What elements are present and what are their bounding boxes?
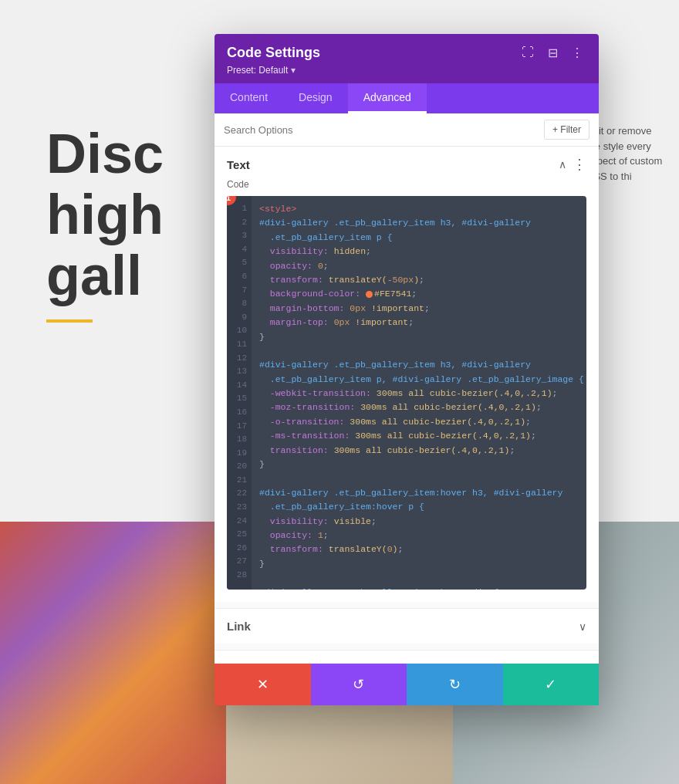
search-bar: + Filter <box>215 113 599 147</box>
confirm-button[interactable]: ✓ <box>503 664 600 705</box>
code-label: Code <box>227 179 586 190</box>
columns-icon[interactable]: ⊟ <box>543 43 562 62</box>
undo-button[interactable]: ↺ <box>311 664 407 705</box>
background-section[interactable]: Background ∨ <box>215 650 599 663</box>
filter-button[interactable]: + Filter <box>544 120 589 140</box>
modal-title: Code Settings <box>227 45 320 61</box>
code-content[interactable]: <style>#divi-gallery .et_pb_gallery_item… <box>252 196 586 590</box>
link-section-title: Link <box>227 620 251 633</box>
expand-icon[interactable]: ⛶ <box>519 43 537 62</box>
collapse-icon[interactable]: ∧ <box>559 158 566 171</box>
redo-button[interactable]: ↻ <box>407 664 503 705</box>
text-section-title: Text <box>227 158 250 171</box>
modal-header-icons: ⛶ ⊟ ⋮ <box>519 43 586 62</box>
line-numbers: 12345 678910 1112131415 1617181920 21222… <box>227 196 252 590</box>
modal-header: Code Settings ⛶ ⊟ ⋮ Preset: Default ▾ <box>215 34 599 83</box>
tab-content[interactable]: Content <box>215 83 283 113</box>
code-section: Code 1 12345 678910 1112131415 161718192… <box>215 179 599 602</box>
code-settings-modal: Code Settings ⛶ ⊟ ⋮ Preset: Default ▾ Co… <box>215 34 599 705</box>
tab-advanced[interactable]: Advanced <box>348 83 427 113</box>
more-options-icon[interactable]: ⋮ <box>568 43 586 62</box>
preset-selector[interactable]: Preset: Default ▾ <box>227 65 586 76</box>
link-chevron-icon: ∨ <box>579 620 586 633</box>
section-menu-icon[interactable]: ⋮ <box>573 156 586 173</box>
search-input[interactable] <box>224 124 538 136</box>
modal-header-top: Code Settings ⛶ ⊟ ⋮ <box>227 43 586 62</box>
section-controls: ∧ ⋮ <box>559 156 586 173</box>
modal-tabs: Content Design Advanced <box>215 83 599 113</box>
modal-body: Text ∧ ⋮ Code 1 12345 678910 1112131415 … <box>215 147 599 663</box>
cancel-button[interactable]: ✕ <box>215 664 311 705</box>
modal-footer: ✕ ↺ ↻ ✓ <box>215 663 599 705</box>
code-editor[interactable]: 12345 678910 1112131415 1617181920 21222… <box>227 196 586 590</box>
text-section-header: Text ∧ ⋮ <box>215 147 599 179</box>
bg-image-road <box>0 522 226 784</box>
code-editor-wrapper: 1 12345 678910 1112131415 1617181920 212… <box>227 196 586 590</box>
link-section[interactable]: Link ∨ <box>215 608 599 644</box>
tab-design[interactable]: Design <box>283 83 348 113</box>
title-underline <box>46 319 93 323</box>
